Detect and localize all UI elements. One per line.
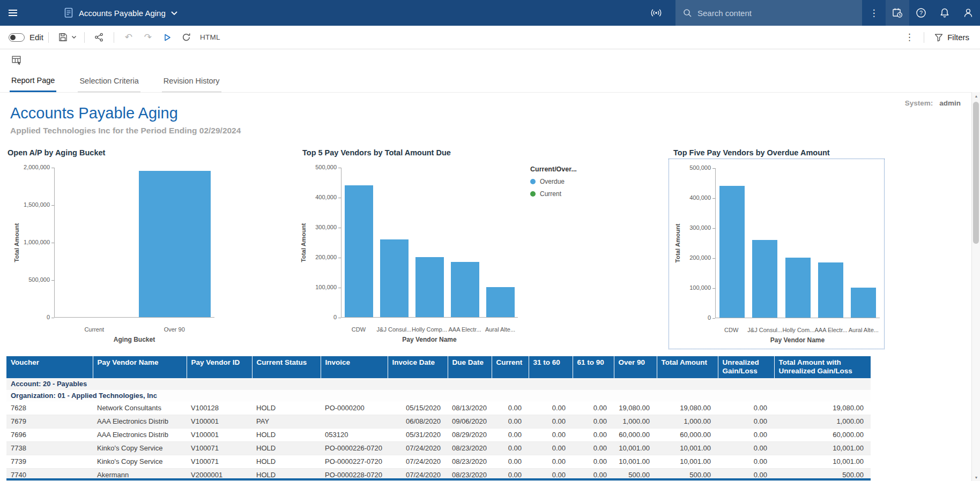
legend-item-current[interactable]: Current <box>530 190 577 198</box>
tab-revision-history[interactable]: Revision History <box>162 70 221 92</box>
edit-toggle[interactable] <box>9 33 25 42</box>
report-toolbar: Edit ↶ ↷ <box>0 26 980 49</box>
cell: 053120 <box>321 428 388 441</box>
search-icon <box>683 9 692 18</box>
save-options-button[interactable] <box>69 26 79 49</box>
column-header[interactable]: 31 to 60 <box>529 356 573 378</box>
cell: 7696 <box>6 428 93 441</box>
column-header[interactable]: Current Status <box>252 356 321 378</box>
column-header[interactable]: Voucher <box>6 356 93 378</box>
bar-aural-alte[interactable] <box>851 288 876 318</box>
bar-over-90[interactable] <box>139 171 211 317</box>
chevron-down-icon <box>170 11 178 16</box>
group-header-row: Organization: 01 - Applied Technologies,… <box>6 390 871 402</box>
run-button[interactable] <box>158 26 177 49</box>
help-button[interactable]: ? <box>909 0 933 26</box>
column-header[interactable]: Current <box>492 356 529 378</box>
column-header[interactable]: Total Amount with Unrealized Gain/Loss <box>774 356 871 378</box>
tab-report-page[interactable]: Report Page <box>10 70 56 92</box>
column-header[interactable]: Pay Vendor Name <box>93 356 187 378</box>
chart-top5-vendors-overdue[interactable]: Total Amount0100,000200,000300,000400,00… <box>669 159 885 349</box>
notifications-button[interactable] <box>933 0 956 26</box>
cell <box>321 415 388 428</box>
column-header[interactable]: Invoice <box>321 356 388 378</box>
cell: 19,080.00 <box>657 402 718 415</box>
bar-slot <box>716 168 748 318</box>
page-views-button[interactable] <box>6 48 26 71</box>
document-switcher[interactable]: Accounts Payable Aging <box>61 0 181 26</box>
column-header[interactable]: Due Date <box>448 356 492 378</box>
bar-j-j-consul[interactable] <box>380 239 409 317</box>
bar-slot <box>748 168 781 318</box>
scroll-down-arrow[interactable]: ▼ <box>972 474 980 481</box>
cell: 0.00 <box>573 428 614 441</box>
x-tick-label: CDW <box>715 327 747 333</box>
calendar-clock-icon <box>892 7 903 18</box>
format-html-button[interactable]: HTML <box>196 26 224 49</box>
more-options-button[interactable]: ⋮ <box>900 26 919 49</box>
toggle-knob <box>10 35 16 40</box>
redo-icon: ↷ <box>144 33 152 42</box>
chart-plot-area <box>715 168 880 318</box>
bar-j-j-consul[interactable] <box>752 240 777 318</box>
tab-label: Report Page <box>11 76 55 85</box>
redo-button[interactable]: ↷ <box>138 26 158 49</box>
cell: Kinko's Copy Service <box>93 441 187 455</box>
y-tick-label: 100,000 <box>680 284 711 291</box>
kebab-icon: ⋮ <box>870 9 879 18</box>
bar-aural-alte[interactable] <box>486 287 515 317</box>
column-header[interactable]: Pay Vendor ID <box>187 356 252 378</box>
cell: 0.00 <box>573 415 614 428</box>
column-header[interactable]: 61 to 90 <box>573 356 614 378</box>
account-button[interactable] <box>956 0 980 26</box>
schedule-button[interactable] <box>886 0 909 26</box>
scrollbar-thumb[interactable] <box>973 102 979 244</box>
bar-cdw[interactable] <box>719 186 745 318</box>
cell: 08/13/2020 <box>448 402 492 415</box>
scroll-up-arrow[interactable]: ▲ <box>972 92 980 100</box>
app-bar-more-button[interactable]: ⋮ <box>862 0 886 26</box>
y-tick-label: 500,000 <box>306 164 337 170</box>
tab-selection-criteria[interactable]: Selection Criteria <box>78 70 140 92</box>
bar-holly-comp[interactable] <box>415 257 444 317</box>
y-tick-label: 2,000,000 <box>19 164 50 170</box>
bar-aaa-electr[interactable] <box>451 262 479 317</box>
cell: 1,000.00 <box>657 415 718 428</box>
cell: 60,000.00 <box>657 428 718 441</box>
x-tick-label: Aural Alte... <box>482 326 518 333</box>
table-row: 7739Kinko's Copy ServiceV100071HOLDPO-00… <box>6 455 871 468</box>
main-menu-button[interactable] <box>0 0 26 26</box>
column-header[interactable]: Unrealized Gain/Loss <box>718 356 774 378</box>
share-button[interactable] <box>90 26 109 49</box>
cell: 1,000.00 <box>614 415 657 428</box>
hamburger-icon <box>9 8 17 18</box>
toolbar-right-group: ⋮ Filters <box>900 26 975 49</box>
bar-slot <box>412 168 448 317</box>
cell: 60,000.00 <box>614 428 657 441</box>
filters-button[interactable]: Filters <box>929 26 975 49</box>
cell: 08/29/2020 <box>448 428 492 441</box>
vertical-scrollbar[interactable]: ▲ ▼ <box>971 92 980 481</box>
refresh-button[interactable] <box>177 26 196 49</box>
data-alerts-button[interactable] <box>644 0 668 26</box>
undo-icon: ↶ <box>125 33 132 42</box>
column-header[interactable]: Over 90 <box>614 356 657 378</box>
bar-slot <box>814 168 847 318</box>
page-views-icon <box>11 55 21 65</box>
column-header[interactable]: Total Amount <box>657 356 718 378</box>
play-icon <box>163 33 172 42</box>
y-tick-label: 1,000,000 <box>19 239 50 245</box>
x-tick-labels: CDWJ&J Consul...Holly Comp...AAA Electr.… <box>341 326 518 333</box>
chart-open-ap-by-aging-bucket[interactable]: Total Amount0500,0001,000,0001,500,0002,… <box>8 161 243 350</box>
search-bar[interactable]: Search content <box>675 0 862 26</box>
column-header[interactable]: Invoice Date <box>388 356 448 378</box>
cell: 07/24/2020 <box>388 441 448 455</box>
group-header: Account: 20 - Payables <box>6 378 871 390</box>
undo-button[interactable]: ↶ <box>119 26 138 49</box>
legend-item-overdue[interactable]: Overdue <box>530 178 577 185</box>
bar-cdw[interactable] <box>345 185 373 317</box>
bar-holly-com[interactable] <box>785 258 811 318</box>
bar-aaa-electr[interactable] <box>818 262 843 318</box>
chart-top5-vendors-total-due[interactable]: Total Amount0100,000200,000300,000400,00… <box>289 161 598 350</box>
format-label: HTML <box>200 33 220 41</box>
